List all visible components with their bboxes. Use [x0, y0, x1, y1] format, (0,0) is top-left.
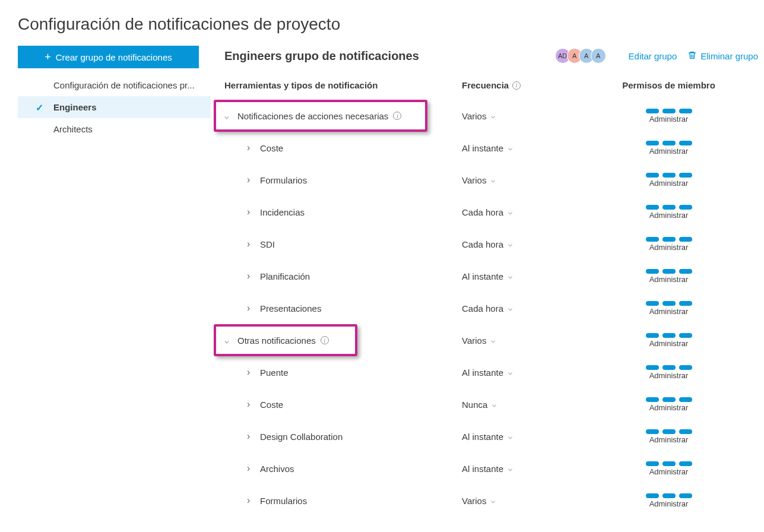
permissions-cell[interactable]: Administrar	[579, 333, 758, 348]
table-row[interactable]: ›PresentacionesCada hora⌵Administrar	[214, 292, 758, 324]
columns-header: Herramientas y tipos de notificación Fre…	[214, 75, 758, 100]
chevron-down-icon: ⌵	[492, 400, 496, 408]
chevron-right-icon: ›	[247, 239, 255, 249]
frequency-cell[interactable]: Cada hora⌵	[462, 207, 579, 217]
chevron-down-icon: ⌵	[491, 176, 495, 184]
chevron-right-icon: ›	[247, 431, 255, 442]
plus-icon: +	[45, 52, 51, 62]
chevron-down-icon: ⌵	[491, 112, 495, 120]
frequency-cell[interactable]: Varios⌵	[462, 496, 579, 506]
avatar[interactable]: A	[591, 48, 606, 64]
permissions-cell[interactable]: Administrar	[579, 237, 758, 252]
info-icon[interactable]: i	[512, 81, 521, 90]
delete-group-button[interactable]: Eliminar grupo	[687, 50, 758, 62]
table-row[interactable]: ›FormulariosVarios⌵Administrar	[214, 484, 758, 517]
permissions-cell[interactable]: Administrar	[579, 397, 758, 412]
table-row[interactable]: ›CosteNunca⌵Administrar	[214, 388, 758, 420]
chevron-right-icon: ›	[247, 175, 255, 185]
frequency-cell[interactable]: Cada hora⌵	[462, 239, 579, 249]
chevron-down-icon: ⌵	[508, 304, 512, 312]
col-perm-header: Permisos de miembro	[579, 80, 758, 90]
permissions-cell[interactable]: Administrar	[579, 301, 758, 316]
frequency-cell[interactable]: Al instante⌵	[462, 368, 579, 378]
chevron-down-icon: ⌵	[508, 208, 512, 216]
group-title: Engineers grupo de notificaciones	[224, 49, 559, 63]
table-row[interactable]: ›IncidenciasCada hora⌵Administrar	[214, 196, 758, 228]
avatar-stack: ADAAA	[559, 48, 606, 64]
info-icon[interactable]: i	[321, 336, 329, 344]
chevron-right-icon: ›	[247, 399, 255, 410]
permissions-cell[interactable]: Administrar	[579, 493, 758, 508]
section-row[interactable]: ⌵Otras notificacionesiVarios⌵Administrar	[214, 324, 758, 356]
chevron-down-icon: ⌵	[508, 272, 512, 280]
sidebar-item-2[interactable]: Architects	[18, 118, 211, 140]
table-row[interactable]: ›FormulariosVarios⌵Administrar	[214, 164, 758, 196]
frequency-cell[interactable]: Varios⌵	[462, 335, 579, 346]
table-row[interactable]: ›SDICada hora⌵Administrar	[214, 228, 758, 260]
chevron-down-icon: ⌵	[491, 336, 495, 344]
chevron-down-icon: ⌵	[491, 496, 495, 505]
col-freq-header: Frecuencia i	[462, 80, 579, 90]
chevron-down-icon: ⌵	[508, 464, 512, 473]
permissions-cell[interactable]: Administrar	[579, 173, 758, 188]
frequency-cell[interactable]: Al instante⌵	[462, 432, 579, 442]
edit-group-button[interactable]: Editar grupo	[629, 51, 677, 61]
permissions-cell[interactable]: Administrar	[579, 205, 758, 220]
frequency-cell[interactable]: Al instante⌵	[462, 271, 579, 281]
table-row[interactable]: ›PlanificaciónAl instante⌵Administrar	[214, 260, 758, 292]
permissions-cell[interactable]: Administrar	[579, 365, 758, 380]
chevron-right-icon: ›	[247, 367, 255, 378]
page-title: Configuración de notificaciones de proye…	[0, 0, 764, 46]
table-row[interactable]: ›Design CollaborationAl instante⌵Adminis…	[214, 420, 758, 452]
chevron-down-icon: ⌵	[224, 112, 233, 121]
chevron-down-icon: ⌵	[224, 336, 233, 345]
frequency-cell[interactable]: Varios⌵	[462, 175, 579, 185]
chevron-right-icon: ›	[247, 207, 255, 217]
sidebar-item-1[interactable]: ✓Engineers	[18, 96, 211, 118]
create-group-button[interactable]: + Crear grupo de notificaciones	[18, 46, 199, 68]
trash-icon	[687, 50, 697, 62]
frequency-cell[interactable]: Al instante⌵	[462, 143, 579, 153]
info-icon[interactable]: i	[393, 112, 401, 120]
frequency-cell[interactable]: Al instante⌵	[462, 464, 579, 474]
sidebar: + Crear grupo de notificaciones Configur…	[6, 46, 208, 517]
section-row[interactable]: ⌵Notificaciones de acciones necesariasiV…	[214, 100, 758, 132]
permissions-cell[interactable]: Administrar	[579, 429, 758, 444]
frequency-cell[interactable]: Cada hora⌵	[462, 303, 579, 314]
sidebar-item-0[interactable]: Configuración de notificaciones pr...	[18, 74, 211, 96]
frequency-cell[interactable]: Varios⌵	[462, 111, 579, 121]
permissions-cell[interactable]: Administrar	[579, 141, 758, 156]
create-group-label: Crear grupo de notificaciones	[56, 52, 172, 62]
chevron-down-icon: ⌵	[508, 144, 512, 152]
chevron-right-icon: ›	[247, 303, 255, 314]
chevron-down-icon: ⌵	[508, 432, 512, 441]
check-icon: ✓	[36, 102, 43, 113]
chevron-down-icon: ⌵	[508, 240, 512, 248]
chevron-right-icon: ›	[247, 271, 255, 281]
chevron-down-icon: ⌵	[508, 368, 512, 376]
table-row[interactable]: ›CosteAl instante⌵Administrar	[214, 132, 758, 164]
permissions-cell[interactable]: Administrar	[579, 109, 758, 124]
table-row[interactable]: ›ArchivosAl instante⌵Administrar	[214, 452, 758, 484]
main-panel: Engineers grupo de notificaciones ADAAA …	[208, 46, 758, 517]
permissions-cell[interactable]: Administrar	[579, 269, 758, 284]
table-row[interactable]: ›PuenteAl instante⌵Administrar	[214, 356, 758, 388]
chevron-right-icon: ›	[247, 463, 255, 474]
permissions-cell[interactable]: Administrar	[579, 461, 758, 476]
chevron-right-icon: ›	[247, 142, 255, 153]
col-tools-header: Herramientas y tipos de notificación	[224, 80, 462, 90]
chevron-right-icon: ›	[247, 495, 255, 506]
frequency-cell[interactable]: Nunca⌵	[462, 400, 579, 410]
